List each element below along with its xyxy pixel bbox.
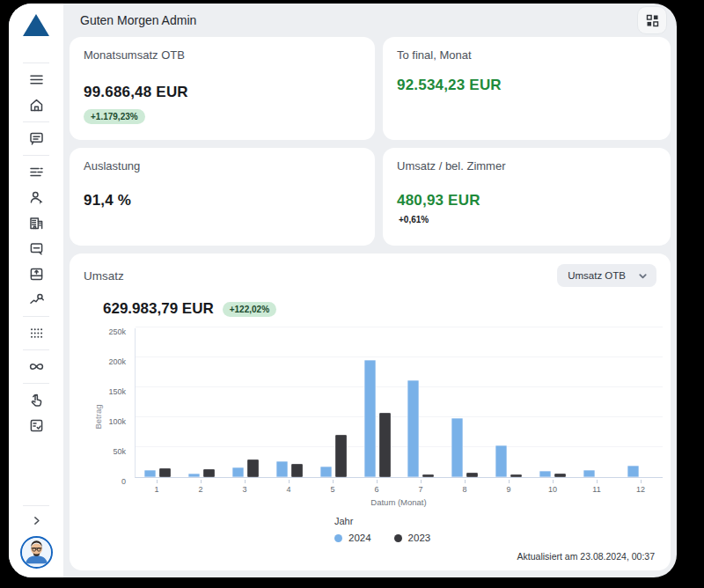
greeting-text: Guten Morgen Admin (80, 13, 196, 27)
sidebar-item-user-pointer[interactable] (18, 185, 54, 210)
inbox-upload-icon (28, 266, 45, 283)
sidebar-item-home[interactable] (18, 92, 54, 118)
bar-group-month-4[interactable] (268, 328, 312, 477)
kpi-label: Auslastung (84, 159, 361, 173)
legend-label: 2024 (348, 533, 371, 543)
sidebar-divider (23, 349, 49, 350)
legend-dot (394, 534, 402, 542)
bar-group-month-6[interactable] (356, 328, 400, 477)
kpi-badge: +1.179,23% (84, 109, 145, 124)
kpi-value: 91,4 % (84, 192, 361, 209)
sidebar-item-inbox-upload[interactable] (18, 261, 54, 287)
sidebar-item-chat-lines[interactable] (18, 126, 54, 151)
message-icon (28, 240, 45, 257)
sidebar-item-building[interactable] (18, 210, 54, 236)
kpi-card-auslastung: Auslastung 91,4 % (70, 148, 375, 246)
bar-group-month-12[interactable] (619, 328, 663, 477)
x-tick: 1 (135, 480, 179, 494)
kpi-card-to-final: To final, Monat 92.534,23 EUR (383, 37, 671, 140)
bar-2024-month-1[interactable] (144, 470, 156, 477)
bar-2023-month-5[interactable] (335, 435, 347, 477)
y-axis: 050k100k150k200k250k (98, 328, 131, 478)
bar-2024-month-12[interactable] (627, 466, 639, 477)
bar-2024-month-8[interactable] (451, 418, 463, 477)
bar-group-month-2[interactable] (180, 328, 224, 477)
bar-group-month-7[interactable] (400, 328, 444, 477)
chat-lines-icon (28, 130, 45, 147)
chart-metric-dropdown[interactable]: Umsatz OTB (557, 264, 656, 287)
y-tick-label: 150k (108, 387, 126, 396)
sidebar-item-touch[interactable] (18, 387, 54, 413)
bar-2024-month-6[interactable] (364, 360, 376, 477)
bar-2023-month-1[interactable] (159, 468, 171, 477)
bar-2024-month-9[interactable] (495, 445, 507, 477)
x-tick: 10 (531, 480, 575, 494)
menu-icon (28, 71, 45, 88)
user-avatar[interactable] (20, 536, 53, 569)
x-tick: 4 (267, 480, 311, 494)
analytics-search-icon (28, 291, 45, 308)
kpi-cards: Monatsumsatz OTB 99.686,48 EUR +1.179,23… (70, 37, 671, 246)
list-icon (28, 164, 45, 180)
app-window: Guten Morgen Admin Monatsumsatz OTB 99.6… (9, 4, 677, 577)
legend-item-2023[interactable]: 2023 (394, 533, 431, 543)
gridline (136, 327, 663, 327)
x-tick: 8 (443, 480, 487, 494)
sidebar-item-list[interactable] (18, 159, 54, 185)
sidebar-item-analytics-search[interactable] (18, 287, 54, 312)
bar-2024-month-4[interactable] (276, 461, 288, 477)
bar-2023-month-9[interactable] (510, 474, 522, 477)
bar-2024-month-10[interactable] (539, 471, 551, 477)
kpi-value: 99.686,48 EUR (84, 84, 361, 101)
bar-group-month-9[interactable] (487, 328, 531, 477)
sidebar-item-message[interactable] (18, 236, 54, 261)
sidebar (9, 4, 63, 577)
bar-group-month-5[interactable] (312, 328, 356, 477)
bar-group-month-10[interactable] (531, 328, 575, 477)
sidebar-divider (23, 383, 49, 384)
bar-2024-month-5[interactable] (320, 467, 332, 477)
x-tick-label: 6 (374, 485, 378, 494)
x-tick-label: 2 (198, 485, 202, 494)
bar-2024-month-3[interactable] (232, 467, 244, 477)
sidebar-divider (23, 316, 49, 317)
bar-2024-month-7[interactable] (407, 380, 419, 477)
bar-group-month-11[interactable] (575, 328, 619, 477)
sidebar-expand-button[interactable] (20, 510, 52, 531)
legend-item-2024[interactable]: 2024 (334, 533, 371, 543)
x-tick-label: 8 (462, 485, 466, 494)
apps-grid-button[interactable] (637, 6, 667, 34)
bar-group-month-3[interactable] (224, 328, 268, 477)
x-tick: 7 (399, 480, 443, 494)
bar-2023-month-6[interactable] (379, 413, 391, 477)
sidebar-item-infinity[interactable] (18, 354, 54, 379)
bar-2024-month-11[interactable] (583, 470, 595, 477)
dots-grid-icon (28, 325, 45, 342)
topbar: Guten Morgen Admin (70, 4, 671, 37)
bar-2023-month-8[interactable] (466, 473, 478, 477)
x-tick-label: 10 (548, 485, 557, 494)
apps-grid-icon (646, 14, 659, 27)
x-tick-label: 4 (286, 485, 290, 494)
bar-2023-month-2[interactable] (203, 469, 215, 477)
sidebar-item-checklist[interactable] (18, 413, 54, 438)
x-tick: 3 (223, 480, 267, 494)
bar-2023-month-4[interactable] (291, 464, 303, 477)
bar-2023-month-10[interactable] (554, 474, 566, 477)
bar-group-month-1[interactable] (136, 328, 180, 477)
brand-triangle-logo[interactable] (23, 14, 49, 36)
kpi-value: 480,93 EUR (397, 192, 656, 209)
avatar-image (22, 538, 51, 567)
bar-2024-month-2[interactable] (188, 474, 200, 477)
checklist-icon (28, 417, 45, 434)
chart-badge: +122,02% (223, 302, 276, 317)
sidebar-item-menu[interactable] (18, 67, 54, 92)
dropdown-value: Umsatz OTB (568, 270, 626, 281)
bar-2023-month-7[interactable] (422, 474, 434, 477)
legend-label: 2023 (408, 533, 431, 543)
bar-chart: Betrag 050k100k150k200k250k 123456789101… (135, 328, 663, 507)
kpi-label: Monatsumsatz OTB (84, 48, 361, 62)
bar-group-month-8[interactable] (443, 328, 487, 477)
bar-2023-month-3[interactable] (247, 459, 259, 477)
sidebar-item-dots-grid[interactable] (18, 320, 54, 346)
